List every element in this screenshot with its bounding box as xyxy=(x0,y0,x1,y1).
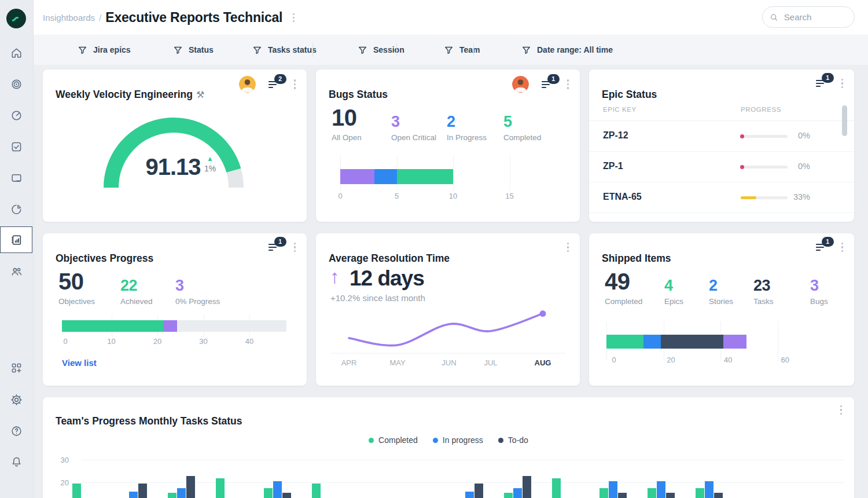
bar-completed xyxy=(312,484,321,498)
filter-team[interactable]: Team xyxy=(444,39,480,60)
epic-row[interactable]: ETNA-6533% xyxy=(589,182,854,213)
stat-open-critical: 3Open Critical xyxy=(391,104,436,142)
bar-segment xyxy=(606,335,643,349)
avatar[interactable] xyxy=(239,76,256,93)
legend-item: To-do xyxy=(498,435,528,445)
gridline xyxy=(453,155,454,191)
resolution-value: 12 days xyxy=(350,266,424,291)
sidebar-item-help[interactable] xyxy=(0,419,32,443)
legend-dot xyxy=(433,438,438,443)
gauge-delta: ▲ 1% xyxy=(203,155,218,173)
home-icon xyxy=(10,46,23,60)
view-list-link[interactable]: View list xyxy=(62,358,97,368)
bar-completed xyxy=(168,493,176,498)
card-title: Average Resolution Time xyxy=(329,252,450,265)
page-title-menu-button[interactable] xyxy=(290,10,297,25)
bar-to-do xyxy=(186,476,195,498)
epic-row[interactable]: ZP-10% xyxy=(589,152,854,182)
sidebar-item-charts[interactable] xyxy=(0,197,32,221)
search-icon xyxy=(770,13,778,22)
scrollbar-thumb[interactable] xyxy=(842,105,847,136)
epic-key: ETNA-65 xyxy=(603,192,642,202)
help-icon xyxy=(10,424,23,438)
epic-row[interactable]: ZP-120% xyxy=(589,121,854,152)
sidebar-item-screens[interactable] xyxy=(0,166,32,190)
column-header-epic-key: EPIC KEY xyxy=(603,106,637,113)
filter-label: Jira epics xyxy=(93,45,131,54)
trend-line xyxy=(349,314,543,346)
epic-percent: 0% xyxy=(780,131,810,140)
person-photo xyxy=(239,76,256,93)
card-menu-button[interactable] xyxy=(839,240,845,255)
legend-item: In progress xyxy=(433,435,483,445)
card-title: Shipped Items xyxy=(602,252,671,265)
card-filter-button[interactable]: 1 xyxy=(267,241,281,254)
card-menu-button[interactable] xyxy=(839,76,845,91)
filter-divider xyxy=(204,43,204,57)
app-logo[interactable] xyxy=(6,9,26,28)
card-title: Objectives Progress xyxy=(56,252,153,265)
filter-divider xyxy=(396,43,397,57)
epic-key: ZP-12 xyxy=(603,130,628,141)
stat-value: 49 xyxy=(605,268,642,295)
latest-point-marker xyxy=(540,310,546,317)
axis-tick-label: 10 xyxy=(449,192,457,200)
person-photo xyxy=(512,76,529,93)
card-menu-button[interactable] xyxy=(292,240,298,255)
up-triangle-icon: ▲ xyxy=(203,155,218,163)
card-menu-button[interactable] xyxy=(565,76,571,91)
sidebar-item-settings[interactable] xyxy=(0,387,32,412)
legend-dot xyxy=(498,438,503,443)
bar-completed xyxy=(264,488,273,498)
sidebar-item-tasks[interactable] xyxy=(0,134,32,159)
bar-completed xyxy=(72,484,81,498)
card-filter-button[interactable]: 1 xyxy=(814,241,828,254)
filter-date-range[interactable]: Date range: All time xyxy=(522,39,613,60)
resolution-line-chart xyxy=(316,298,580,362)
filter-jira-epics[interactable]: Jira epics xyxy=(78,39,131,60)
axis-tick-label: 0 xyxy=(63,337,67,346)
funnel-icon xyxy=(253,46,262,54)
bar-to-do xyxy=(666,493,675,498)
card-menu-button[interactable] xyxy=(565,240,571,255)
epic-percent: 0% xyxy=(780,162,810,171)
card-title: Bugs Status xyxy=(329,89,388,101)
bar-completed xyxy=(216,478,225,498)
filter-tasks-status[interactable]: Tasks status xyxy=(253,39,317,60)
sidebar-item-apps[interactable] xyxy=(0,356,32,380)
stat-bugs: 3Bugs xyxy=(810,268,828,306)
epic-key: ZP-1 xyxy=(603,161,623,171)
stat-label: Completed xyxy=(503,133,541,142)
monitor-icon xyxy=(10,171,23,185)
sidebar-item-goals[interactable] xyxy=(0,72,32,96)
card-filter-button[interactable]: 1 xyxy=(540,78,554,91)
sidebar-item-reports[interactable] xyxy=(0,226,32,253)
card-filter-button[interactable]: 1 xyxy=(814,77,828,90)
card-filter-button[interactable]: 2 xyxy=(267,78,281,91)
stat-value: 4 xyxy=(664,268,683,295)
card-menu-button[interactable] xyxy=(838,402,844,418)
stat-in-progress: 2In Progress xyxy=(447,104,487,142)
filter-session[interactable]: Session xyxy=(358,39,404,60)
gridline xyxy=(510,155,510,191)
stat-label: Completed xyxy=(605,297,642,306)
sidebar-item-team[interactable] xyxy=(0,259,32,283)
sidebar-item-home[interactable] xyxy=(0,41,32,65)
breadcrumb-insightboards[interactable]: Insightboards xyxy=(43,13,95,23)
stat-label: All Open xyxy=(332,133,362,142)
sidebar-item-velocity[interactable] xyxy=(0,103,32,127)
stat-all-open: 10All Open xyxy=(332,104,362,142)
sidebar-item-notifications[interactable] xyxy=(0,449,32,474)
bar-to-do xyxy=(138,484,147,498)
avatar[interactable] xyxy=(512,76,529,93)
stat-label: Stories xyxy=(709,297,733,306)
bar-in-progress xyxy=(129,492,138,498)
card-menu-button[interactable] xyxy=(292,76,298,91)
search-input[interactable] xyxy=(783,12,847,23)
funnel-icon xyxy=(78,46,87,54)
bar-completed xyxy=(599,488,608,498)
target-icon xyxy=(10,78,23,91)
bar-in-progress xyxy=(465,492,474,498)
filter-status[interactable]: Status xyxy=(174,39,214,60)
card-average-resolution-time: Average Resolution Time ↑ 12 days +10.2%… xyxy=(316,233,580,386)
